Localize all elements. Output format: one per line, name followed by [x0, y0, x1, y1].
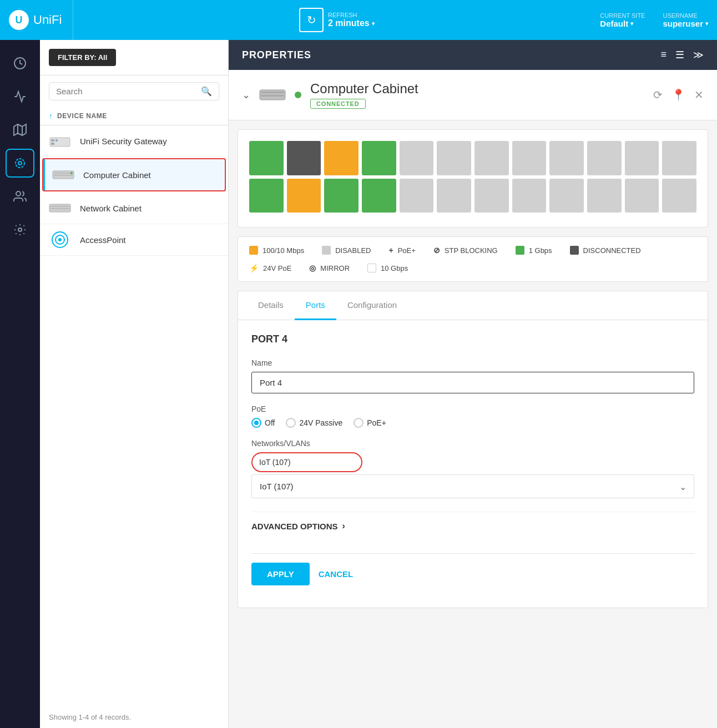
apply-button[interactable]: APPLY [251, 563, 310, 585]
svg-rect-23 [261, 92, 284, 93]
vlan-select[interactable]: IoT (107) [251, 474, 694, 498]
legend-color-disconnected [570, 246, 579, 255]
svg-rect-17 [51, 206, 69, 207]
tab-configuration[interactable]: Configuration [336, 291, 408, 320]
filter-button[interactable]: FILTER BY: All [49, 49, 116, 66]
port-square-port-row2-8[interactable] [512, 179, 547, 213]
svg-point-15 [70, 172, 73, 174]
port-square-port-row1-12[interactable] [662, 141, 696, 175]
search-bar: 🔍 [49, 82, 219, 100]
tabs-row: Details Ports Configuration [238, 291, 708, 320]
port-square-port-row1-9[interactable] [549, 141, 584, 175]
close-device-icon[interactable]: ✕ [694, 88, 704, 102]
port-square-port-row1-4[interactable] [362, 141, 396, 175]
device-list-header: ↑ DEVICE NAME [40, 107, 228, 125]
advanced-options-toggle[interactable]: ADVANCED OPTIONS › [251, 512, 694, 540]
svg-marker-1 [14, 124, 26, 135]
tab-ports[interactable]: Ports [295, 291, 336, 320]
device-name-accesspoint: AccessPoint [80, 235, 126, 245]
sidebar-item-map[interactable] [6, 115, 34, 144]
device-item-computer-cabinet[interactable]: Computer Cabinet [42, 158, 226, 191]
grid-view-icon[interactable]: ☰ [675, 49, 684, 61]
legend-label-mirror: MIRROR [320, 264, 350, 272]
icon-sidebar [0, 40, 40, 728]
cancel-button[interactable]: CANCEL [319, 569, 354, 579]
poe-plus-option[interactable]: PoE+ [354, 418, 386, 428]
port-square-port-row2-2[interactable] [287, 179, 321, 213]
location-icon[interactable]: 📍 [671, 88, 685, 102]
legend-color-1gbps [516, 246, 524, 255]
port-square-port-row1-10[interactable] [587, 141, 622, 175]
device-sidebar: FILTER BY: All 🔍 ↑ DEVICE NAME [40, 40, 229, 728]
username-label: USERNAME [663, 12, 708, 19]
search-input[interactable] [56, 87, 196, 96]
device-name-column-header: DEVICE NAME [57, 112, 107, 120]
refresh-button[interactable]: ↻ [299, 8, 324, 32]
refresh-info: REFRESH 2 minutes ▾ [328, 12, 375, 28]
sidebar-item-dashboard[interactable] [6, 49, 34, 78]
stp-icon: ⊘ [433, 246, 440, 255]
properties-header-icons: ≡ ☰ ≫ [660, 49, 704, 61]
port-square-port-row1-5[interactable] [400, 141, 434, 175]
svg-point-4 [18, 161, 22, 165]
port-square-port-row1-11[interactable] [625, 141, 659, 175]
collapse-button[interactable]: ⌄ [242, 89, 250, 101]
username[interactable]: USERNAME superuser ▾ [663, 12, 708, 28]
port-square-port-row1-2[interactable] [287, 141, 321, 175]
port-square-port-row1-1[interactable] [249, 141, 284, 175]
svg-rect-8 [50, 138, 70, 146]
device-item-accesspoint[interactable]: AccessPoint [40, 224, 228, 256]
port-square-port-row2-9[interactable] [549, 179, 584, 213]
port-square-port-row2-7[interactable] [474, 179, 509, 213]
legend-label-24v-poe: 24V PoE [263, 264, 291, 272]
port-square-port-row2-6[interactable] [437, 179, 471, 213]
sort-arrow-icon[interactable]: ↑ [49, 112, 53, 120]
port-square-port-row1-8[interactable] [512, 141, 547, 175]
poe-24v-radio[interactable] [286, 418, 296, 428]
24v-poe-icon: ⚡ [249, 264, 259, 272]
sidebar-item-settings[interactable] [6, 215, 34, 244]
device-header-actions: ⟳ 📍 ✕ [653, 88, 704, 102]
port-square-port-row2-5[interactable] [400, 179, 434, 213]
legend-label-disconnected: DISCONNECTED [583, 246, 641, 255]
switch-icon-network [49, 200, 71, 216]
list-view-icon[interactable]: ≡ [660, 49, 666, 61]
port-square-port-row1-7[interactable] [474, 141, 509, 175]
expand-icon[interactable]: ≫ [693, 49, 704, 61]
port-square-port-row1-3[interactable] [324, 141, 358, 175]
poe-24v-option[interactable]: 24V Passive [286, 418, 342, 428]
filter-bar: FILTER BY: All [40, 40, 228, 75]
port-name-input[interactable] [251, 372, 694, 393]
port-square-port-row2-4[interactable] [362, 179, 396, 213]
port-square-port-row2-10[interactable] [587, 179, 622, 213]
poe-plus-radio[interactable] [354, 418, 363, 428]
svg-point-6 [16, 191, 21, 196]
unifi-logo-text: UniFi [33, 13, 62, 27]
port-square-port-row1-6[interactable] [437, 141, 471, 175]
poe-field-label: PoE [251, 405, 694, 413]
refresh-device-icon[interactable]: ⟳ [653, 88, 663, 102]
sidebar-item-users[interactable] [6, 182, 34, 211]
search-icon: 🔍 [201, 86, 212, 97]
refresh-value[interactable]: 2 minutes ▾ [328, 18, 375, 28]
current-site[interactable]: CURRENT SITE Default ▾ [600, 12, 645, 28]
port-square-port-row2-3[interactable] [324, 179, 358, 213]
port-grid-row2 [249, 179, 696, 213]
sidebar-item-stats[interactable] [6, 82, 34, 111]
device-item-gateway[interactable]: UniFi Security Gateway [40, 125, 228, 157]
tab-details[interactable]: Details [247, 291, 295, 320]
poe-section: PoE Off 24V Passive PoE+ [251, 405, 694, 428]
port-square-port-row2-1[interactable] [249, 179, 284, 213]
name-field-label: Name [251, 358, 694, 367]
port-square-port-row2-11[interactable] [625, 179, 659, 213]
device-item-network-cabinet[interactable]: Network Cabinet [40, 193, 228, 224]
device-name-gateway: UniFi Security Gateway [80, 136, 167, 146]
vlan-circled-label: IoT (107) [255, 456, 359, 469]
properties-title: PROPERTIES [242, 49, 311, 61]
port-square-port-row2-12[interactable] [662, 179, 696, 213]
sidebar-item-devices[interactable] [6, 149, 34, 178]
poe-off-radio[interactable] [251, 418, 261, 428]
poe-off-option[interactable]: Off [251, 418, 275, 428]
switch-icon-computer [52, 167, 74, 183]
legend-disabled: DISABLED [322, 246, 371, 255]
